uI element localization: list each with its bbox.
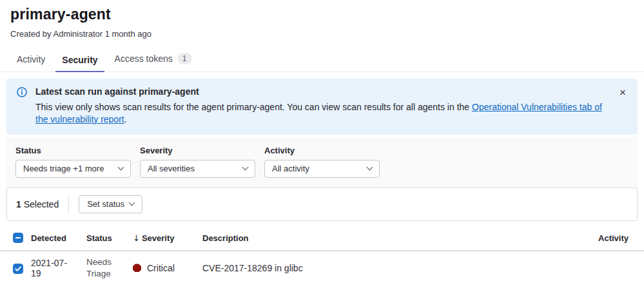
- banner-body-suffix: .: [124, 114, 127, 124]
- column-header-description[interactable]: Description: [197, 227, 573, 251]
- selected-count: 1 Selected: [16, 199, 59, 209]
- tab-bar: Activity Security Access tokens 1: [0, 47, 644, 72]
- selected-count-label: Selected: [21, 199, 59, 209]
- created-by-meta: Created by Administrator 1 month ago: [10, 29, 634, 39]
- chevron-down-icon: [367, 164, 373, 171]
- status-filter-value: Needs triage +1 more: [23, 164, 104, 173]
- status-cell: Needs Triage: [81, 251, 128, 281]
- vulnerabilities-table: Detected Status ↓Severity Description Ac…: [0, 227, 644, 281]
- set-status-button[interactable]: Set status: [79, 195, 142, 213]
- activity-filter-label: Activity: [264, 146, 380, 155]
- detected-cell: 2021-07-19: [26, 251, 81, 281]
- access-tokens-count-badge: 1: [177, 53, 192, 64]
- scan-info-banner: Latest scan run against primary-agent Th…: [6, 79, 638, 135]
- activity-filter-dropdown[interactable]: All activity: [264, 160, 380, 178]
- severity-label: Critical: [147, 263, 175, 273]
- column-header-severity-label: Severity: [142, 233, 175, 243]
- page-title: primary-agent: [10, 6, 634, 23]
- status-filter-label: Status: [15, 146, 131, 155]
- filter-severity: Severity All severities: [140, 146, 255, 178]
- check-icon: [14, 265, 22, 273]
- table-row: 2021-07-19 Needs Triage Critical CVE-201…: [0, 251, 644, 281]
- table-header-row: Detected Status ↓Severity Description Ac…: [0, 227, 644, 251]
- tab-activity[interactable]: Activity: [10, 48, 52, 72]
- column-header-activity[interactable]: Activity: [573, 227, 644, 251]
- select-all-checkbox[interactable]: [13, 233, 23, 243]
- selected-count-number: 1: [16, 199, 21, 209]
- activity-cell: [573, 251, 644, 281]
- severity-critical-icon: [133, 264, 141, 272]
- status-filter-dropdown[interactable]: Needs triage +1 more: [15, 160, 131, 178]
- tab-activity-label: Activity: [17, 54, 45, 64]
- tab-security[interactable]: Security: [55, 49, 104, 72]
- banner-body: This view only shows scan results for th…: [35, 101, 612, 126]
- page-header: primary-agent Created by Administrator 1…: [0, 0, 644, 39]
- severity-filter-dropdown[interactable]: All severities: [140, 160, 255, 178]
- indeterminate-dash-icon: [15, 237, 21, 238]
- filter-bar: Status Needs triage +1 more Severity All…: [6, 137, 638, 188]
- chevron-down-icon: [129, 200, 135, 206]
- selection-bar: 1 Selected Set status: [6, 188, 638, 221]
- banner-title: Latest scan run against primary-agent: [35, 86, 612, 97]
- column-header-status[interactable]: Status: [81, 227, 128, 251]
- activity-filter-value: All activity: [272, 164, 309, 173]
- column-header-detected[interactable]: Detected: [26, 227, 81, 251]
- tab-access-tokens[interactable]: Access tokens 1: [108, 47, 199, 72]
- filter-activity: Activity All activity: [264, 146, 380, 178]
- set-status-label: Set status: [87, 199, 124, 209]
- chevron-down-icon: [242, 164, 249, 171]
- column-header-severity[interactable]: ↓Severity: [128, 227, 197, 251]
- banner-content: Latest scan run against primary-agent Th…: [35, 86, 612, 126]
- row-checkbox[interactable]: [13, 264, 23, 274]
- severity-cell: Critical: [133, 263, 192, 273]
- info-icon: [17, 87, 27, 99]
- severity-filter-value: All severities: [148, 164, 195, 173]
- filter-status: Status Needs triage +1 more: [15, 146, 131, 178]
- tab-security-label: Security: [62, 55, 97, 65]
- banner-body-text: This view only shows scan results for th…: [35, 102, 472, 112]
- description-cell[interactable]: CVE-2017-18269 in glibc: [197, 251, 573, 281]
- divider: [68, 195, 69, 213]
- severity-filter-label: Severity: [140, 146, 255, 155]
- banner-close-icon[interactable]: ×: [617, 84, 629, 101]
- tab-access-tokens-label: Access tokens: [115, 53, 173, 64]
- chevron-down-icon: [118, 164, 124, 171]
- sort-descending-icon: ↓: [133, 233, 140, 243]
